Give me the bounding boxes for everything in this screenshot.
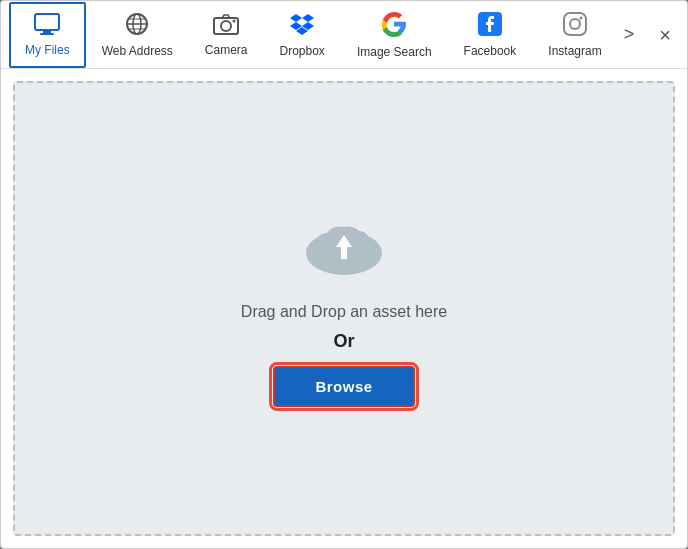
svg-point-10 bbox=[233, 19, 236, 22]
dropbox-icon bbox=[289, 12, 315, 40]
tab-camera[interactable]: Camera bbox=[189, 2, 264, 68]
svg-rect-0 bbox=[35, 14, 59, 30]
close-button[interactable]: × bbox=[651, 21, 679, 49]
upload-modal: My Files Web Address bbox=[0, 0, 688, 549]
google-icon bbox=[381, 11, 407, 41]
cloud-upload-icon bbox=[299, 211, 389, 281]
monitor-icon bbox=[34, 13, 60, 39]
tab-image-search[interactable]: Image Search bbox=[341, 2, 448, 68]
tab-my-files[interactable]: My Files bbox=[9, 2, 86, 68]
web-icon bbox=[125, 12, 149, 40]
close-icon: × bbox=[659, 24, 671, 46]
tab-web-address[interactable]: Web Address bbox=[86, 2, 189, 68]
drag-drop-text: Drag and Drop an asset here bbox=[241, 303, 447, 321]
chevron-right-icon: > bbox=[624, 24, 635, 44]
svg-rect-2 bbox=[40, 33, 54, 35]
svg-rect-1 bbox=[43, 30, 51, 33]
svg-marker-11 bbox=[290, 14, 302, 22]
chevron-right-button[interactable]: > bbox=[618, 20, 641, 49]
camera-icon bbox=[213, 13, 239, 39]
tab-instagram[interactable]: Instagram bbox=[532, 2, 617, 68]
tab-bar: My Files Web Address bbox=[1, 1, 687, 69]
tab-camera-label: Camera bbox=[205, 43, 248, 57]
svg-marker-12 bbox=[302, 14, 314, 22]
tab-instagram-label: Instagram bbox=[548, 44, 601, 58]
svg-point-19 bbox=[579, 16, 582, 19]
or-text: Or bbox=[333, 331, 354, 352]
tab-my-files-label: My Files bbox=[25, 43, 70, 57]
tab-dropbox-label: Dropbox bbox=[280, 44, 325, 58]
instagram-icon bbox=[563, 12, 587, 40]
svg-point-9 bbox=[221, 21, 231, 31]
svg-rect-17 bbox=[564, 13, 586, 35]
facebook-icon bbox=[478, 12, 502, 40]
browse-button[interactable]: Browse bbox=[273, 366, 414, 407]
tab-facebook[interactable]: Facebook bbox=[448, 2, 533, 68]
tab-image-search-label: Image Search bbox=[357, 45, 432, 59]
tab-dropbox[interactable]: Dropbox bbox=[264, 2, 341, 68]
upload-icon-wrap bbox=[299, 211, 389, 285]
svg-point-18 bbox=[570, 19, 580, 29]
tab-web-address-label: Web Address bbox=[102, 44, 173, 58]
dropzone[interactable]: Drag and Drop an asset here Or Browse bbox=[13, 81, 675, 536]
tab-facebook-label: Facebook bbox=[464, 44, 517, 58]
